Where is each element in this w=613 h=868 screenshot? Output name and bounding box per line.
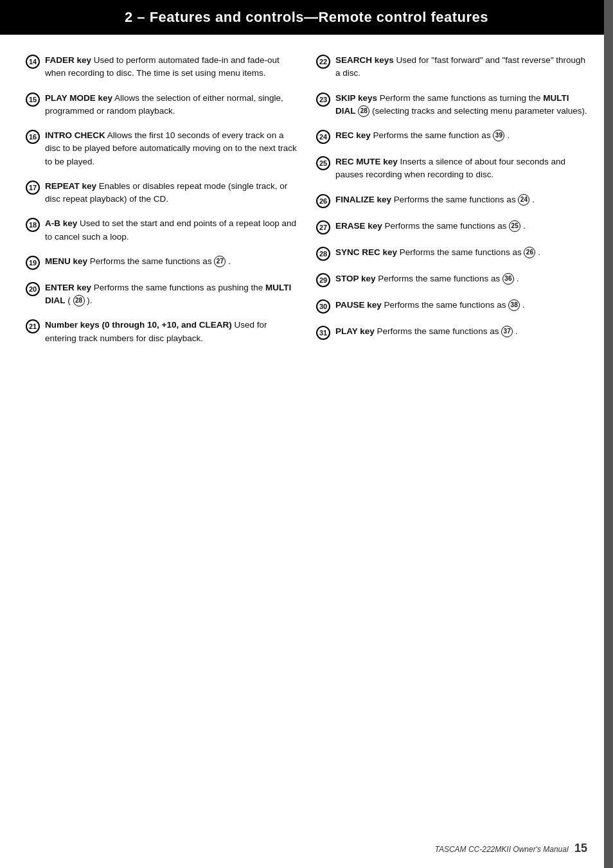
entry-playmode-key: 15 PLAY MODE key Allows the selection of… [26,92,297,118]
badge-28: 28 [316,247,330,261]
intro-check-name: INTRO CHECK [45,130,105,140]
stop-key-ref: 36 [502,273,514,285]
menu-key-body: MENU key Performs the same functions as … [45,255,297,268]
badge-27: 27 [316,220,330,235]
erase-key-body: ERASE key Performs the same functions as… [335,220,587,233]
stop-key-desc: Performs the same functions as [378,274,502,283]
ab-key-name: A-B key [45,218,77,228]
badge-26: 26 [316,194,330,208]
pause-key-body: PAUSE key Performs the same functions as… [335,299,587,312]
intro-check-body: INTRO CHECK Allows the first 10 seconds … [45,129,297,168]
enter-key-after: ). [87,296,92,305]
page-header: 2 – Features and controls—Remote control… [0,0,613,35]
badge-31: 31 [316,326,330,340]
search-keys-name: SEARCH keys [335,55,394,65]
play-key-name: PLAY key [335,326,375,336]
menu-key-ref: 27 [214,256,226,267]
number-keys-name: Number keys (0 through 10, +10, and CLEA… [45,320,232,330]
pause-key-desc: Performs the same functions as [384,300,509,310]
badge-29: 29 [316,273,330,287]
enter-key-name: ENTER key [45,283,91,292]
entry-erase-key: 27 ERASE key Performs the same functions… [316,220,587,235]
badge-21: 21 [26,319,40,333]
badge-16: 16 [26,130,40,144]
erase-key-period: . [523,221,526,231]
pause-key-name: PAUSE key [335,300,382,310]
syncrec-key-ref: 26 [524,247,535,258]
badge-30: 30 [316,299,330,314]
entry-skip-keys: 23 SKIP keys Perform the same functions … [316,92,587,118]
entry-stop-key: 29 STOP key Performs the same functions … [316,272,587,287]
pause-key-period: . [522,300,525,310]
recmute-key-name: REC MUTE key [335,157,398,166]
search-keys-body: SEARCH keys Used for "fast forward" and … [335,54,587,80]
syncrec-key-period: . [538,247,540,257]
entry-intro-check: 16 INTRO CHECK Allows the first 10 secon… [26,129,297,168]
badge-14: 14 [26,55,40,69]
badge-20: 20 [26,282,40,296]
repeat-key-body: REPEAT key Enables or disables repeat mo… [45,180,297,206]
page: 2 – Features and controls—Remote control… [0,0,613,868]
rec-key-ref: 39 [493,130,504,141]
badge-23: 23 [316,93,330,107]
badge-19: 19 [26,256,40,270]
skip-keys-after: (selecting tracks and selecting menu par… [372,106,587,116]
syncrec-key-body: SYNC REC key Performs the same functions… [335,246,587,259]
rec-key-body: REC key Performs the same function as 39… [335,129,587,142]
erase-key-name: ERASE key [335,221,382,231]
erase-key-ref: 25 [509,220,520,232]
rec-key-desc: Performs the same function as [373,130,493,140]
badge-25: 25 [316,156,330,170]
entry-recmute-key: 25 REC MUTE key Inserts a silence of abo… [316,155,587,182]
entry-rec-key: 24 REC key Performs the same function as… [316,129,587,144]
ab-key-body: A-B key Used to set the start and end po… [45,217,297,244]
repeat-key-name: REPEAT key [45,181,96,191]
footer-page: 15 [574,842,587,855]
skip-keys-name: SKIP keys [335,93,377,103]
finalize-key-period: . [532,195,535,204]
skip-keys-ref: 28 [358,105,369,117]
menu-key-period: . [228,256,231,266]
page-content: 14 FADER key Used to perform automated f… [0,35,613,382]
fader-key-name: FADER key [45,55,91,65]
fader-key-body: FADER key Used to perform automated fade… [45,54,297,80]
pause-key-ref: 38 [508,299,520,311]
stop-key-period: . [517,274,519,283]
play-key-desc: Performs the same functions as [377,326,502,336]
menu-key-name: MENU key [45,256,87,266]
entry-ab-key: 18 A-B key Used to set the start and end… [26,217,297,244]
finalize-key-name: FINALIZE key [335,195,391,204]
skip-keys-body: SKIP keys Perform the same functions as … [335,92,587,118]
entry-fader-key: 14 FADER key Used to perform automated f… [26,54,297,80]
play-key-ref: 37 [501,326,513,337]
page-footer: TASCAM CC-222MKII Owner's Manual 15 [435,842,588,855]
skip-keys-desc: Perform the same functions as turning th… [380,93,543,103]
finalize-key-desc: Performs the same functions as [394,195,519,204]
enter-key-space: ( [67,296,71,305]
badge-17: 17 [26,181,40,195]
number-keys-body: Number keys (0 through 10, +10, and CLEA… [45,319,297,345]
erase-key-desc: Performs the same functions as [385,221,510,231]
entry-syncrec-key: 28 SYNC REC key Performs the same functi… [316,246,587,261]
stop-key-name: STOP key [335,274,376,283]
footer-text: TASCAM CC-222MKII Owner's Manual [435,845,569,854]
page-border [604,0,613,868]
entry-repeat-key: 17 REPEAT key Enables or disables repeat… [26,180,297,206]
enter-key-ref: 28 [73,295,85,306]
entry-number-keys: 21 Number keys (0 through 10, +10, and C… [26,319,297,345]
badge-24: 24 [316,130,330,144]
play-key-period: . [515,326,518,336]
entry-menu-key: 19 MENU key Performs the same functions … [26,255,297,270]
ab-key-desc: Used to set the start and end points of … [45,218,296,241]
finalize-key-ref: 24 [518,194,529,206]
playmode-key-name: PLAY MODE key [45,93,112,103]
entry-enter-key: 20 ENTER key Performs the same functions… [26,281,297,308]
syncrec-key-desc: Performs the same functions as [400,247,524,257]
badge-18: 18 [26,218,40,232]
entry-play-key: 31 PLAY key Performs the same functions … [316,325,587,340]
rec-key-name: REC key [335,130,371,140]
recmute-key-body: REC MUTE key Inserts a silence of about … [335,155,587,182]
syncrec-key-name: SYNC REC key [335,247,397,257]
enter-key-desc: Performs the same functions as pushing t… [94,283,265,292]
header-title: 2 – Features and controls—Remote control… [125,9,488,25]
